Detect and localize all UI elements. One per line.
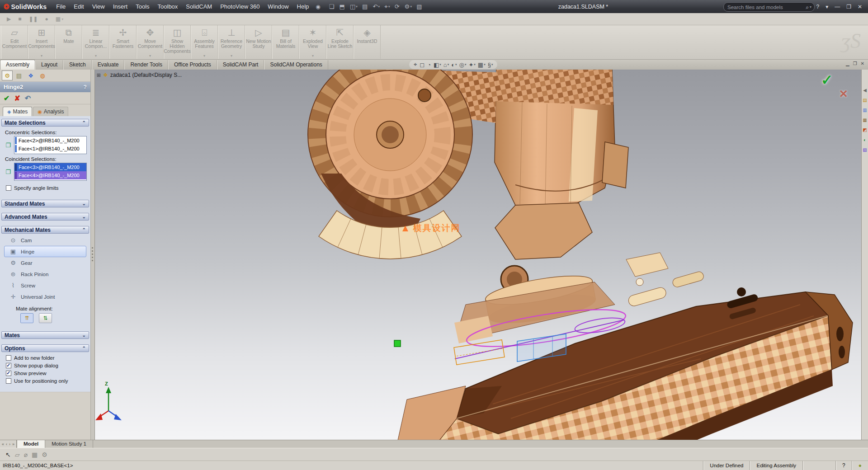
model-tab[interactable]: Motion Study 1 xyxy=(45,440,93,448)
property-manager-tab[interactable]: ◉ Analysis xyxy=(33,107,68,116)
featuremanager-tab[interactable]: ▤ xyxy=(14,70,24,80)
instant3d-button[interactable]: ◈ Instant3D xyxy=(354,25,381,59)
smart-fasteners-button[interactable]: ✢ Smart Fasteners xyxy=(109,25,137,59)
doc-close-button[interactable]: ✕ xyxy=(861,61,864,66)
menu-item[interactable]: SolidCAM xyxy=(182,1,216,12)
show-hidden-button[interactable]: ◫ Show Hidden Components xyxy=(164,25,191,59)
reference-geometry-button[interactable]: ⊥ Reference Geometry ▾ xyxy=(218,25,245,59)
view-settings-icon[interactable]: § ▾ xyxy=(488,61,493,68)
palette-icon[interactable]: ◩ xyxy=(863,127,867,132)
zoom-area-icon[interactable]: ◻ xyxy=(420,61,425,68)
configurationmanager-tab[interactable]: ❖ xyxy=(25,70,36,80)
explode-line-sketch-button[interactable]: ⇱ Explode Line Sketch xyxy=(326,25,354,59)
select-arrow-icon[interactable]: ↖ xyxy=(5,451,11,458)
collapse-taskpane-icon[interactable]: ◀ xyxy=(863,88,867,93)
option-checkbox[interactable]: Use for positioning only xyxy=(6,378,88,384)
confirm-cancel-button[interactable]: ✕ xyxy=(839,88,848,100)
smart-dimension-icon[interactable]: ⌀ xyxy=(24,451,28,458)
advanced-mates-header[interactable]: Advanced Mates ⌄ xyxy=(1,213,89,221)
resources-icon[interactable]: ▤ xyxy=(863,98,867,103)
menu-item[interactable]: Window xyxy=(264,1,292,12)
doc-restore-button[interactable]: ❐ xyxy=(853,61,857,66)
checkbox-box[interactable] xyxy=(6,363,11,368)
menu-item[interactable]: Edit xyxy=(70,1,88,12)
menu-item[interactable]: Toolbox xyxy=(154,1,182,12)
confirm-ok-button[interactable]: ✓ xyxy=(821,71,833,89)
selection-list-item[interactable]: Face<3>@IRB140_-_M200 xyxy=(14,163,86,171)
undo-button[interactable]: ↶ xyxy=(25,94,31,103)
print-icon[interactable]: ▤ xyxy=(360,2,370,11)
units-icon[interactable]: ⚙ xyxy=(42,451,47,458)
minimize-button[interactable]: — xyxy=(831,2,843,11)
open-document-icon[interactable]: ⬒ xyxy=(337,2,348,11)
menu-item[interactable]: File xyxy=(52,1,70,12)
file-explorer-icon[interactable]: ▦ xyxy=(863,118,867,122)
sketch-entity-icon[interactable]: ▱ xyxy=(15,451,20,458)
property-manager-tab[interactable]: ◈ Mates xyxy=(3,107,32,116)
resource-monitor-icon[interactable]: ● xyxy=(852,461,868,470)
search-icon[interactable]: ⌕ xyxy=(806,4,809,10)
mate-type-option[interactable]: ⚙ Gear xyxy=(4,257,86,268)
dimxpertmanager-tab[interactable]: ◍ xyxy=(37,70,48,80)
selection-list-item[interactable]: Face<4>@IRB140_-_M200 xyxy=(14,171,86,179)
anti-aligned-button[interactable]: ⇅ xyxy=(39,313,52,323)
appearances-icon[interactable]: ◐ xyxy=(863,137,866,142)
selection-list-item[interactable]: Face<2>@IRB140_-_M200 xyxy=(14,136,86,145)
custom-properties-icon[interactable]: ▧ xyxy=(863,147,867,152)
last-tab-icon[interactable]: » xyxy=(12,442,14,446)
help-arrow-icon[interactable]: ▾ xyxy=(822,2,831,11)
undo-icon[interactable]: ↶ ▾ xyxy=(370,2,382,11)
options-icon[interactable]: ⚙ ▾ xyxy=(402,2,415,11)
rebuild-icon[interactable]: ⟳ xyxy=(392,2,402,11)
new-motion-study-button[interactable]: ▷ New Motion Study xyxy=(245,25,272,59)
pause-macro-icon[interactable]: ❚❚ xyxy=(25,15,42,23)
exploded-view-button[interactable]: ✶ Exploded View ▾ xyxy=(299,25,326,59)
aligned-button[interactable]: ⇈ xyxy=(20,313,33,323)
mate-type-option[interactable]: ✛ Universal Joint xyxy=(4,291,86,302)
zoom-fit-icon[interactable]: ⌖ xyxy=(414,61,417,68)
option-checkbox[interactable]: Show popup dialog xyxy=(6,363,88,368)
mate-selections-header[interactable]: Mate Selections ⌃ xyxy=(1,119,89,127)
standard-mates-header[interactable]: Standard Mates ⌄ xyxy=(1,200,89,207)
search-box[interactable]: ⌕ ▾ xyxy=(723,2,815,12)
splitter-grip[interactable] xyxy=(92,247,93,263)
command-tab[interactable]: Evaluate xyxy=(92,60,125,70)
menu-item[interactable]: PhotoView 360 xyxy=(216,1,264,12)
menu-item[interactable]: Insert xyxy=(109,1,132,12)
mate-type-option[interactable]: ⊜ Rack Pinion xyxy=(4,268,86,280)
command-tab[interactable]: SolidCAM Operations xyxy=(264,60,328,70)
propertymanager-tab[interactable]: ⚙ xyxy=(2,70,13,80)
help-button[interactable]: ? xyxy=(813,2,822,11)
options-header[interactable]: Options ⌃ xyxy=(1,344,89,352)
save-icon[interactable]: ◫ ▾ xyxy=(348,2,360,11)
stop-macro-icon[interactable]: ■ xyxy=(15,15,25,23)
close-button[interactable]: ✕ xyxy=(854,2,865,11)
appearance-icon[interactable]: ▧ xyxy=(414,2,425,11)
command-tab[interactable]: Office Products xyxy=(168,60,217,70)
specify-angle-limits-checkbox[interactable]: Specify angle limits xyxy=(6,185,88,191)
option-checkbox[interactable]: Add to new folder xyxy=(6,355,88,361)
edit-appearance-icon[interactable]: ✦ ▾ xyxy=(468,61,475,68)
command-tab[interactable]: Sketch xyxy=(63,60,92,70)
view-orientation-icon[interactable]: ⌂ ▾ xyxy=(443,61,449,68)
play-macro-icon[interactable]: ▶ xyxy=(4,15,15,23)
new-document-icon[interactable]: ❏ xyxy=(327,2,337,11)
concentric-selection-list[interactable]: Face<2>@IRB140_-_M200 Face<1>@IRB140_-_M… xyxy=(14,136,87,154)
mate-button[interactable]: ⧉ Mate xyxy=(55,25,82,59)
display-style-icon[interactable]: ◐ ▾ xyxy=(451,61,457,68)
first-tab-icon[interactable]: « xyxy=(2,442,4,446)
move-component-button[interactable]: ✥ Move Component ▾ xyxy=(137,25,164,59)
model-tab[interactable]: Model xyxy=(17,440,45,448)
expand-tree-icon[interactable]: ⊞ xyxy=(97,72,101,78)
panel-splitter[interactable] xyxy=(90,70,95,440)
edit-component-button[interactable]: ▱ Edit Component xyxy=(1,25,28,59)
restore-button[interactable]: ❐ xyxy=(843,2,854,11)
menu-item[interactable]: Help xyxy=(293,1,313,12)
record-macro-icon[interactable]: ● xyxy=(42,15,52,23)
coincident-selection-list[interactable]: Face<3>@IRB140_-_M200 Face<4>@IRB140_-_M… xyxy=(14,163,87,181)
apply-scene-icon[interactable]: ▦ ▾ xyxy=(478,61,486,68)
menu-item[interactable]: Tools xyxy=(132,1,153,12)
linear-pattern-button[interactable]: ≣ Linear Compon... ▾ xyxy=(82,25,109,59)
search-arrow-icon[interactable]: ▾ xyxy=(810,5,811,9)
ok-button[interactable]: ✔ xyxy=(4,94,9,103)
